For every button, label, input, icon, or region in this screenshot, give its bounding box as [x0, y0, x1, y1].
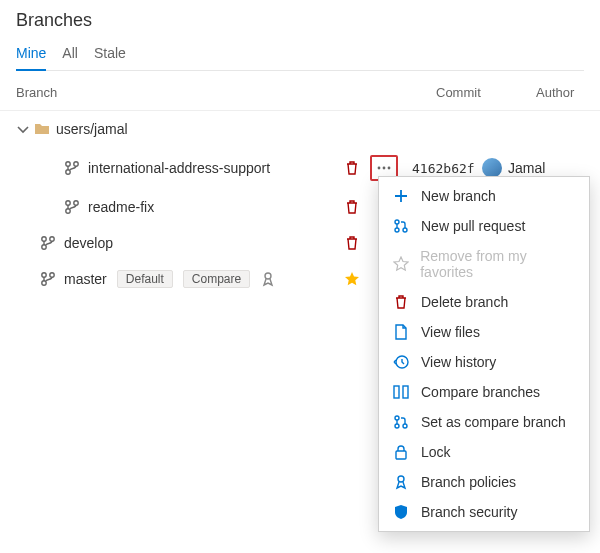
file-icon — [391, 324, 411, 340]
menu-view-history[interactable]: View history — [379, 347, 589, 377]
menu-label: Remove from my favorites — [420, 248, 577, 280]
menu-branch-security[interactable]: Branch security — [379, 497, 589, 527]
policy-icon — [391, 474, 411, 490]
delete-icon[interactable] — [344, 199, 360, 215]
branch-context-menu: New branch New pull request Remove from … — [378, 176, 590, 532]
plus-icon — [391, 188, 411, 204]
pull-request-icon — [391, 218, 411, 234]
trash-icon — [391, 294, 411, 310]
tab-mine[interactable]: Mine — [16, 39, 46, 71]
star-outline-icon — [391, 256, 410, 272]
branch-icon — [40, 271, 56, 287]
branch-name[interactable]: master — [64, 271, 107, 287]
menu-label: Delete branch — [421, 294, 508, 310]
badge-default: Default — [117, 270, 173, 288]
menu-label: Compare branches — [421, 384, 540, 400]
menu-new-pull-request[interactable]: New pull request — [379, 211, 589, 241]
compare-icon — [391, 384, 411, 400]
branch-icon — [64, 199, 80, 215]
folder-icon — [34, 121, 50, 137]
menu-view-files[interactable]: View files — [379, 317, 589, 347]
branch-name[interactable]: international-address-support — [88, 160, 270, 176]
branch-icon — [40, 235, 56, 251]
tab-stale[interactable]: Stale — [94, 39, 126, 70]
delete-icon[interactable] — [344, 160, 360, 176]
branch-name[interactable]: develop — [64, 235, 113, 251]
delete-icon[interactable] — [344, 235, 360, 251]
menu-set-compare[interactable]: Set as compare branch — [379, 407, 589, 437]
pull-request-icon — [391, 414, 411, 430]
tab-all[interactable]: All — [62, 39, 78, 70]
author-name: Jamal — [508, 160, 545, 176]
menu-compare-branches[interactable]: Compare branches — [379, 377, 589, 407]
policy-icon[interactable] — [260, 271, 276, 287]
menu-new-branch[interactable]: New branch — [379, 181, 589, 211]
menu-label: Set as compare branch — [421, 414, 566, 430]
lock-icon — [391, 444, 411, 460]
menu-label: New pull request — [421, 218, 525, 234]
branch-name[interactable]: readme-fix — [88, 199, 154, 215]
folder-label: users/jamal — [56, 121, 128, 137]
favorite-star-icon[interactable] — [344, 271, 360, 287]
menu-branch-policies[interactable]: Branch policies — [379, 467, 589, 497]
page-title: Branches — [16, 10, 584, 31]
menu-label: Lock — [421, 444, 451, 460]
history-icon — [391, 354, 411, 370]
menu-delete-branch[interactable]: Delete branch — [379, 287, 589, 317]
menu-label: Branch security — [421, 504, 517, 520]
tabs: Mine All Stale — [16, 39, 584, 71]
avatar — [482, 158, 502, 178]
folder-row[interactable]: users/jamal — [0, 111, 600, 147]
badge-compare: Compare — [183, 270, 250, 288]
menu-label: New branch — [421, 188, 496, 204]
col-author: Author — [536, 85, 584, 100]
col-commit: Commit — [436, 85, 536, 100]
branch-icon — [64, 160, 80, 176]
commit-hash[interactable]: 4162b62f — [412, 161, 482, 176]
menu-label: View history — [421, 354, 496, 370]
column-headers: Branch Commit Author — [0, 75, 600, 111]
menu-label: View files — [421, 324, 480, 340]
chevron-down-icon[interactable] — [16, 122, 30, 136]
col-branch: Branch — [16, 85, 436, 100]
menu-remove-favorite: Remove from my favorites — [379, 241, 589, 287]
menu-lock[interactable]: Lock — [379, 437, 589, 467]
menu-label: Branch policies — [421, 474, 516, 490]
shield-icon — [391, 504, 411, 520]
